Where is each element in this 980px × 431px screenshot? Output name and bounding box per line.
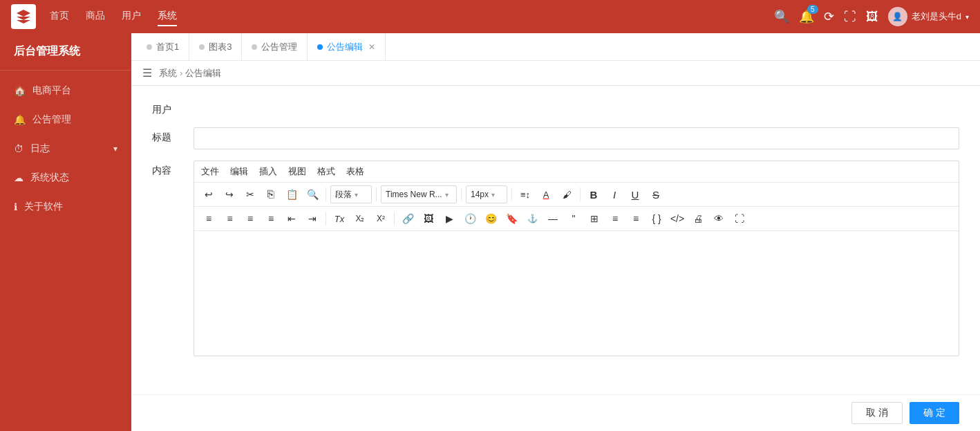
logo (11, 4, 36, 29)
anchor-button[interactable]: ⚓ (523, 210, 541, 228)
sidebar-item-ecommerce[interactable]: 🏠 电商平台 (0, 76, 131, 105)
unordered-list-button[interactable]: ≡ (627, 210, 645, 228)
menu-icon[interactable]: ☰ (142, 66, 152, 80)
indent-decrease-button[interactable]: ⇤ (283, 210, 301, 228)
paste-button[interactable]: 📋 (283, 185, 301, 203)
redo-button[interactable]: ↪ (220, 185, 238, 203)
align-left-button[interactable]: ≡ (200, 210, 218, 228)
clock-icon: ⏱ (14, 143, 23, 154)
highlight-button[interactable]: 🖌 (558, 185, 576, 203)
page-wrapper: 用户 标题 内容 文件 编辑 插入 视图 (131, 86, 980, 431)
blockquote-button[interactable]: " (565, 210, 583, 228)
breadcrumb-system[interactable]: 系统 (159, 67, 177, 80)
datetime-button[interactable]: 🕐 (461, 210, 479, 228)
editor-menu-bar: 文件 编辑 插入 视图 格式 表格 (194, 161, 959, 183)
divider (326, 212, 326, 226)
tab-close-button[interactable]: ✕ (368, 42, 375, 52)
search-icon[interactable]: 🔍 (774, 9, 789, 24)
form-title-row: 标题 (152, 127, 959, 149)
sidebar-item-system-status[interactable]: ☁ 系统状态 (0, 163, 131, 192)
inline-code-button[interactable]: </> (668, 210, 686, 228)
nav-users[interactable]: 用户 (122, 7, 141, 26)
tab-announcement-edit[interactable]: 公告编辑 ✕ (308, 33, 386, 61)
nav-home[interactable]: 首页 (50, 7, 69, 26)
sidebar-item-log[interactable]: ⏱ 日志 ▾ (0, 134, 131, 163)
bold-button[interactable]: B (585, 185, 603, 203)
underline-button[interactable]: U (626, 185, 644, 203)
strikethrough-button[interactable]: S (647, 185, 665, 203)
home-icon: 🏠 (14, 85, 26, 96)
notification-badge: 5 (807, 5, 818, 14)
username: 老刘是头牛d (912, 10, 961, 23)
line-height-button[interactable]: ≡↕ (516, 185, 534, 203)
breadcrumb-edit: 公告编辑 (185, 67, 221, 80)
fullscreen-icon[interactable]: ⛶ (844, 10, 856, 24)
sidebar-item-about[interactable]: ℹ 关于软件 (0, 192, 131, 221)
tab-announcement-mgmt[interactable]: 公告管理 (242, 33, 308, 61)
font-color-button[interactable]: A (537, 185, 555, 203)
sidebar-item-announcement[interactable]: 🔔 公告管理 (0, 105, 131, 134)
confirm-button[interactable]: 确 定 (910, 402, 959, 424)
cut-button[interactable]: ✂ (241, 185, 259, 203)
form-user-row: 用户 (152, 100, 959, 116)
fullscreen-editor-button[interactable]: ⛶ (731, 210, 748, 228)
preview-button[interactable]: 👁 (710, 210, 728, 228)
media-button[interactable]: ▶ (440, 210, 458, 228)
editor-menu-table[interactable]: 表格 (346, 165, 364, 178)
notification-icon[interactable]: 🔔 5 (799, 9, 814, 24)
italic-button[interactable]: I (605, 185, 623, 203)
tab-label: 公告编辑 (327, 41, 363, 53)
editor-body[interactable] (194, 231, 959, 356)
align-center-button[interactable]: ≡ (220, 210, 238, 228)
paragraph-select[interactable]: 段落 ▾ (330, 185, 372, 203)
editor-menu-edit[interactable]: 编辑 (230, 165, 248, 178)
superscript-button[interactable]: X² (372, 210, 390, 228)
sidebar-label: 关于软件 (24, 201, 63, 213)
emoji-button[interactable]: 😊 (482, 210, 500, 228)
tab-home1[interactable]: 首页1 (137, 33, 189, 61)
nav-items: 首页 商品 用户 系统 (50, 7, 774, 26)
align-right-button[interactable]: ≡ (241, 210, 259, 228)
sidebar-label: 日志 (30, 143, 50, 155)
screenshot-icon[interactable]: 🖼 (866, 10, 878, 24)
right-icons: 🔍 🔔 5 ⟳ ⛶ 🖼 👤 老刘是头牛d ▾ (774, 7, 969, 26)
font-size-select[interactable]: 14px ▾ (466, 185, 507, 203)
nav-products[interactable]: 商品 (86, 7, 105, 26)
find-button[interactable]: 🔍 (303, 185, 321, 203)
user-info[interactable]: 👤 老刘是头牛d ▾ (888, 7, 969, 26)
code-block-button[interactable]: { } (648, 210, 666, 228)
link-button[interactable]: 🔗 (399, 210, 417, 228)
ordered-list-button[interactable]: ≡ (606, 210, 624, 228)
title-input[interactable] (194, 127, 959, 149)
align-justify-button[interactable]: ≡ (262, 210, 280, 228)
cancel-button[interactable]: 取 消 (851, 402, 903, 424)
subscript-button[interactable]: X₂ (351, 210, 369, 228)
undo-button[interactable]: ↩ (200, 185, 218, 203)
table-button[interactable]: ⊞ (585, 210, 603, 228)
editor-menu-format[interactable]: 格式 (317, 165, 335, 178)
editor-menu-file[interactable]: 文件 (201, 165, 219, 178)
tab-dot (199, 44, 205, 50)
refresh-icon[interactable]: ⟳ (824, 9, 834, 24)
select-caret: ▾ (491, 191, 495, 199)
font-select[interactable]: Times New R... ▾ (381, 185, 457, 203)
editor-menu-view[interactable]: 视图 (288, 165, 306, 178)
divider (511, 187, 512, 201)
indent-increase-button[interactable]: ⇥ (303, 210, 321, 228)
form-content-row: 内容 文件 编辑 插入 视图 格式 表格 ↩ (152, 161, 959, 356)
hr-button[interactable]: — (544, 210, 562, 228)
bookmark-button[interactable]: 🔖 (502, 210, 520, 228)
clear-format-button[interactable]: Tx (330, 210, 348, 228)
nav-system[interactable]: 系统 (158, 7, 177, 26)
editor-menu-insert[interactable]: 插入 (259, 165, 277, 178)
editor-toolbar-2: ≡ ≡ ≡ ≡ ⇤ ⇥ Tx X₂ X² 🔗 🖼 (194, 207, 959, 231)
select-caret: ▾ (445, 191, 449, 199)
tab-chart3[interactable]: 图表3 (189, 33, 242, 61)
image-button[interactable]: 🖼 (420, 210, 437, 228)
editor-container: 文件 编辑 插入 视图 格式 表格 ↩ ↪ ✂ ⎘ (194, 161, 959, 356)
form-footer: 取 消 确 定 (131, 394, 980, 431)
print-button[interactable]: 🖨 (689, 210, 707, 228)
content-label: 内容 (152, 161, 194, 177)
tab-label: 首页1 (156, 41, 179, 53)
copy-button[interactable]: ⎘ (262, 185, 280, 203)
